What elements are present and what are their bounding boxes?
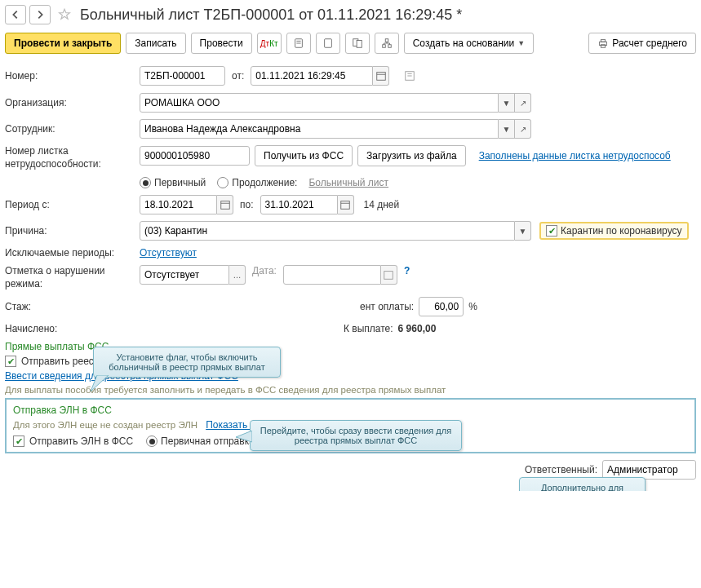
help-link[interactable]: ?: [404, 265, 410, 276]
eln-hint: Для этого ЭЛН еще не создан реестр ЭЛН: [13, 420, 197, 430]
svg-rect-8: [388, 45, 391, 48]
callout-goto-registry: Перейдите, чтобы сразу ввести сведения д…: [250, 420, 462, 451]
payment-percent-input[interactable]: [419, 297, 464, 316]
number-label: Номер:: [5, 70, 140, 82]
filled-data-link[interactable]: Заполнены данные листка нетрудоспособ: [479, 150, 671, 161]
org-input[interactable]: [140, 93, 499, 113]
to-pay-label: К выплате:: [344, 323, 393, 334]
get-fss-button[interactable]: Получить из ФСС: [255, 145, 353, 166]
violation-date-cal-button[interactable]: [381, 265, 397, 285]
sick-sheet-link[interactable]: Больничный лист: [308, 177, 388, 188]
seniority-label: Стаж:: [5, 301, 140, 312]
svg-rect-7: [382, 45, 385, 48]
chevron-down-icon: ▼: [517, 39, 525, 47]
employee-open-button[interactable]: ↗: [515, 119, 531, 139]
org-open-button[interactable]: ↗: [515, 93, 531, 113]
sheet-num-input[interactable]: [140, 146, 250, 166]
attach-icon-button[interactable]: [286, 33, 311, 54]
struct-icon-button[interactable]: [375, 33, 399, 54]
period-to-cal-button[interactable]: [338, 195, 354, 214]
svg-rect-14: [601, 40, 606, 42]
to-pay-value: 6 960,00: [398, 323, 437, 334]
accrued-label: Начислено:: [5, 323, 140, 334]
run-button[interactable]: Провести: [191, 33, 252, 54]
svg-rect-3: [324, 39, 331, 48]
date-input[interactable]: [251, 66, 373, 86]
send-eln-checkbox[interactable]: ✔: [13, 435, 24, 447]
percent-sign: %: [468, 301, 477, 312]
reason-dropdown-button[interactable]: ▼: [515, 221, 531, 241]
svg-rect-6: [385, 39, 388, 42]
calendar-icon-button[interactable]: [373, 66, 389, 86]
number-input[interactable]: [140, 66, 225, 86]
covid-checkbox[interactable]: ✔: [546, 225, 557, 237]
org-label: Организация:: [5, 97, 140, 108]
violation-label: Отметка о нарушении режима:: [5, 265, 140, 290]
dtkt-icon-button[interactable]: ДтКт: [257, 33, 282, 54]
continuation-radio[interactable]: Продолжение:: [217, 177, 297, 188]
eln-title: Отправка ЭЛН в ФСС: [13, 405, 688, 416]
send-eln-label: Отправить ЭЛН в ФСС: [29, 435, 133, 447]
doc1-icon-button[interactable]: [316, 33, 340, 54]
violation-date-input[interactable]: [283, 265, 381, 285]
primary-radio[interactable]: Первичный: [140, 177, 206, 188]
days-text: 14 дней: [364, 199, 400, 210]
excluded-label: Исключаемые периоды:: [5, 247, 140, 259]
period-to-input[interactable]: [260, 195, 338, 214]
payment-percent-label: ент оплаты:: [360, 301, 414, 312]
run-close-button[interactable]: Провести и закрыть: [5, 33, 121, 54]
doc2-icon-button[interactable]: [345, 33, 370, 54]
reason-label: Причина:: [5, 225, 140, 237]
violation-more-button[interactable]: …: [229, 265, 246, 285]
period-from-cal-button[interactable]: [217, 195, 233, 214]
org-dropdown-button[interactable]: ▼: [499, 93, 515, 113]
employee-dropdown-button[interactable]: ▼: [499, 119, 515, 139]
create-based-button[interactable]: Создать на основании ▼: [404, 33, 534, 54]
violation-date-label: Дата:: [252, 265, 277, 276]
calc-average-button[interactable]: Расчет среднего: [588, 33, 696, 54]
write-button[interactable]: Записать: [126, 33, 185, 54]
svg-rect-5: [357, 41, 362, 48]
employee-label: Сотрудник:: [5, 123, 140, 135]
responsible-label: Ответственный:: [525, 464, 597, 475]
period-from-input[interactable]: [140, 195, 217, 214]
callout-set-flag-registry: Установите флаг, чтобы включить больничн…: [93, 347, 281, 378]
nav-back-button[interactable]: [5, 5, 26, 24]
callout-additional-eln: Дополнительно для электронных листков не…: [519, 477, 646, 491]
from-label: от:: [232, 70, 244, 82]
reason-input[interactable]: [140, 221, 515, 241]
period-to-label: по:: [240, 199, 254, 210]
employee-input[interactable]: [140, 119, 499, 139]
period-label: Период с:: [5, 199, 140, 210]
sheet-num-label: Номер листка нетрудоспособности:: [5, 145, 140, 170]
load-file-button[interactable]: Загрузить из файла: [357, 145, 466, 166]
svg-rect-23: [341, 201, 350, 210]
svg-rect-21: [220, 201, 229, 210]
nav-forward-button[interactable]: [29, 5, 51, 24]
extra-icon-button[interactable]: [397, 65, 422, 86]
excluded-link[interactable]: Отсутствуют: [140, 247, 197, 259]
violation-input[interactable]: [140, 265, 229, 285]
svg-rect-16: [377, 73, 386, 81]
printer-icon: [597, 38, 609, 49]
send-registry-checkbox[interactable]: ✔: [5, 356, 16, 367]
favorite-star-icon[interactable]: [57, 7, 72, 22]
svg-rect-25: [384, 272, 393, 280]
page-title: Больничный лист Т2БП-000001 от 01.11.202…: [80, 7, 462, 24]
covid-label: Карантин по коронавирусу: [561, 225, 682, 237]
